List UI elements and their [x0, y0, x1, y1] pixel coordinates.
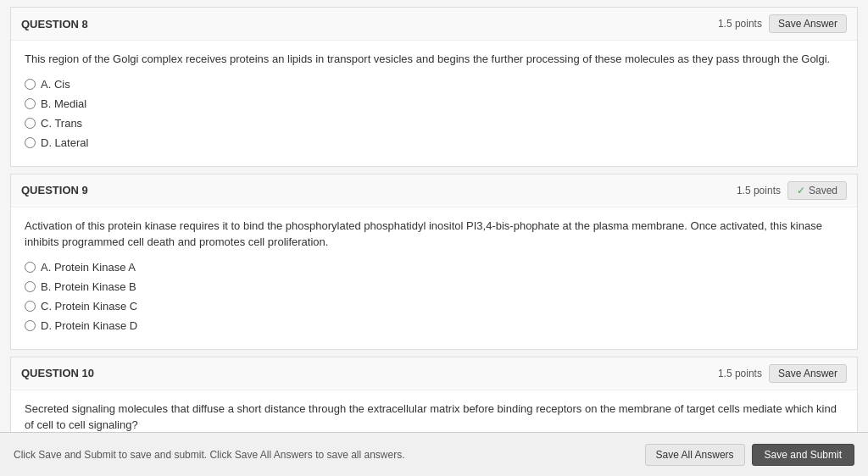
points-label-10: 1.5 points [718, 368, 762, 379]
option-item-9b: B. Protein Kinase B [25, 280, 843, 293]
saved-status-9: ✓ Saved [787, 181, 847, 200]
saved-label-9: Saved [809, 185, 837, 196]
footer-bar: Click Save and Submit to save and submit… [0, 432, 868, 476]
question-title-8: QUESTION 8 [21, 18, 88, 30]
radio-8b[interactable] [25, 98, 36, 109]
radio-9d[interactable] [25, 320, 36, 331]
options-list-9: A. Protein Kinase A B. Protein Kinase B … [25, 261, 843, 332]
option-item-9a: A. Protein Kinase A [25, 261, 843, 274]
option-item-8c: C. Trans [25, 117, 843, 130]
question-title-9: QUESTION 9 [21, 184, 88, 196]
question-header-8: QUESTION 8 1.5 points Save Answer [11, 8, 857, 41]
radio-8c[interactable] [25, 118, 36, 129]
radio-8d[interactable] [25, 137, 36, 148]
question-header-9: QUESTION 9 1.5 points ✓ Saved [11, 174, 857, 208]
save-all-answers-button[interactable]: Save All Answers [645, 444, 745, 466]
option-label-9b[interactable]: B. Protein Kinase B [41, 280, 136, 293]
points-label-8: 1.5 points [718, 18, 762, 30]
options-list-8: A. Cis B. Medial C. Trans D. Lateral [25, 78, 843, 149]
question-meta-9: 1.5 points ✓ Saved [737, 181, 847, 200]
question-body-9: Activation of this protein kinase requir… [11, 208, 857, 349]
option-item-8d: D. Lateral [25, 136, 843, 149]
question-text-10: Secreted signaling molecules that diffus… [25, 401, 843, 434]
footer-text: Click Save and Submit to save and submit… [14, 449, 405, 461]
question-block-8: QUESTION 8 1.5 points Save Answer This r… [10, 7, 858, 167]
option-label-9d[interactable]: D. Protein Kinase D [41, 319, 137, 332]
points-label-9: 1.5 points [737, 185, 781, 196]
option-item-9d: D. Protein Kinase D [25, 319, 843, 332]
checkmark-icon-9: ✓ [797, 185, 805, 196]
radio-9a[interactable] [25, 262, 36, 273]
save-answer-button-8[interactable]: Save Answer [769, 14, 847, 33]
question-header-10: QUESTION 10 1.5 points Save Answer [11, 357, 857, 390]
option-item-8a: A. Cis [25, 78, 843, 91]
question-body-8: This region of the Golgi complex receive… [11, 41, 857, 166]
option-label-9a[interactable]: A. Protein Kinase A [41, 261, 136, 274]
option-item-9c: C. Protein Kinase C [25, 300, 843, 313]
radio-8a[interactable] [25, 79, 36, 90]
content-area: QUESTION 8 1.5 points Save Answer This r… [0, 7, 868, 476]
question-text-9: Activation of this protein kinase requir… [25, 218, 843, 251]
radio-9b[interactable] [25, 281, 36, 292]
option-label-8a[interactable]: A. Cis [41, 78, 70, 91]
option-item-8b: B. Medial [25, 97, 843, 110]
save-answer-button-10[interactable]: Save Answer [769, 364, 847, 383]
option-label-9c[interactable]: C. Protein Kinase C [41, 300, 137, 313]
option-label-8d[interactable]: D. Lateral [41, 136, 88, 149]
question-meta-8: 1.5 points Save Answer [718, 14, 847, 33]
option-label-8b[interactable]: B. Medial [41, 97, 86, 110]
question-title-10: QUESTION 10 [21, 367, 94, 379]
question-block-9: QUESTION 9 1.5 points ✓ Saved Activation… [10, 174, 858, 350]
footer-buttons: Save All Answers Save and Submit [645, 444, 854, 466]
question-text-8: This region of the Golgi complex receive… [25, 51, 843, 68]
radio-9c[interactable] [25, 301, 36, 312]
option-label-8c[interactable]: C. Trans [41, 117, 82, 130]
question-meta-10: 1.5 points Save Answer [718, 364, 847, 383]
save-and-submit-button[interactable]: Save and Submit [752, 444, 854, 466]
